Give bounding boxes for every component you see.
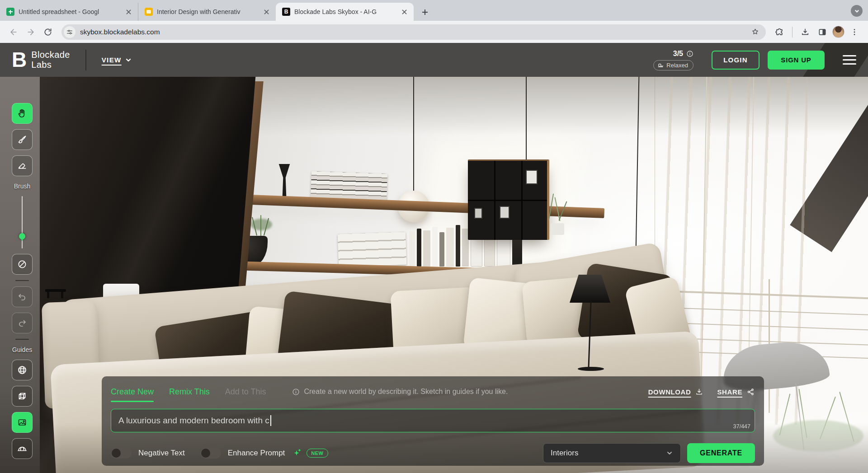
undo-icon (17, 291, 28, 302)
circle-slash-icon (17, 259, 28, 270)
negative-text-toggle[interactable] (111, 448, 132, 459)
tab-close-icon[interactable] (262, 8, 270, 16)
pan-tool-button[interactable] (12, 103, 33, 124)
view-menu-label: VIEW (102, 56, 122, 64)
info-icon[interactable] (686, 50, 693, 57)
potted-plant-leaves (248, 215, 275, 238)
slider-knob[interactable] (19, 233, 25, 239)
cube-guide-button[interactable] (12, 386, 33, 407)
tool-separator (15, 339, 29, 340)
cube-icon (17, 391, 28, 402)
tab-close-icon[interactable] (400, 8, 408, 16)
pendant-cord (413, 77, 414, 192)
blockade-favicon-icon: B (282, 8, 290, 16)
hand-icon (17, 108, 28, 119)
share-icon (746, 388, 755, 396)
browser-tab-sheets[interactable]: Untitled spreadsheet - Googl (0, 3, 138, 21)
blockade-logo[interactable]: B BlockadeLabs (12, 50, 70, 70)
login-button[interactable]: LOGIN (712, 51, 760, 70)
relaxed-mode-badge: Relaxed (653, 60, 693, 70)
screen: Untitled spreadsheet - Googl Interior De… (0, 0, 868, 473)
tab-search-button[interactable] (851, 5, 863, 17)
view-menu[interactable]: VIEW (102, 56, 132, 64)
sheets-favicon-icon (6, 8, 14, 16)
tab-remix-this[interactable]: Remix This (169, 387, 210, 397)
undo-button[interactable] (12, 286, 33, 307)
forward-button[interactable] (24, 25, 38, 39)
credits-count: 3/5 (673, 50, 683, 58)
style-select[interactable]: Interiors (543, 443, 681, 463)
back-button[interactable] (6, 25, 21, 39)
generation-credits: 3/5 Relaxed (653, 50, 693, 70)
generate-button[interactable]: GENERATE (687, 443, 755, 463)
bookmark-star-icon[interactable] (748, 25, 762, 39)
redo-button[interactable] (12, 313, 33, 333)
share-link[interactable]: SHARE (717, 388, 755, 396)
site-info-icon[interactable] (64, 26, 75, 38)
character-counter: 37/447 (733, 423, 750, 430)
image-guide-button[interactable] (12, 412, 33, 433)
sparkle-icon (292, 448, 302, 458)
download-icon (695, 388, 703, 396)
tab-add-to-this: Add to This (225, 387, 266, 397)
shelf-unit-plant (541, 193, 572, 239)
globe-icon (17, 365, 28, 375)
prompt-input[interactable]: A luxurious and modern bedroom with c (111, 409, 755, 432)
tab-create-new[interactable]: Create New (111, 387, 154, 397)
tab-close-icon[interactable] (124, 8, 132, 16)
menu-icon[interactable] (843, 55, 856, 65)
side-panel-icon[interactable] (815, 25, 830, 39)
prompt-text: A luxurious and modern bedroom with c (118, 416, 269, 426)
info-icon (292, 388, 300, 396)
floor-lamp-base (578, 367, 604, 371)
tool-rail: Brush Guides (11, 103, 33, 459)
brush-tool-button[interactable] (12, 129, 33, 150)
wall-hook (45, 289, 66, 292)
reload-button[interactable] (41, 25, 55, 39)
enhance-prompt-label: Enhance Prompt (228, 449, 285, 458)
blockade-logo-text: BlockadeLabs (31, 50, 70, 70)
browser-tab-strip: Untitled spreadsheet - Googl Interior De… (0, 0, 868, 21)
prompt-hint: Create a new world by describing it. Ske… (292, 388, 508, 396)
address-bar[interactable]: skybox.blockadelabs.com (61, 24, 766, 40)
slides-favicon-icon (145, 8, 153, 16)
text-caret (270, 415, 271, 426)
browser-tab-slides[interactable]: Interior Design with Generativ (138, 3, 276, 21)
browser-tab-blockade[interactable]: B Blockade Labs Skybox - AI-G (276, 3, 414, 21)
wall-shelf-unit (468, 159, 549, 240)
tool-separator (15, 280, 29, 281)
eraser-icon (17, 160, 28, 171)
relaxed-mode-label: Relaxed (666, 62, 688, 69)
prompt-hint-text: Create a new world by describing it. Ske… (304, 388, 508, 396)
tab-title: Untitled spreadsheet - Googl (19, 8, 120, 15)
negative-text-label: Negative Text (138, 449, 185, 458)
white-box-stack (338, 232, 406, 267)
prompt-panel: Create New Remix This Add to This Create… (102, 376, 764, 466)
style-select-value: Interiors (551, 449, 578, 458)
downloads-icon[interactable] (798, 25, 812, 39)
chevron-down-icon (666, 450, 673, 457)
toolbar-divider (792, 27, 793, 37)
clear-tool-button[interactable] (12, 254, 33, 275)
new-tab-button[interactable] (418, 5, 432, 19)
dome-guide-button[interactable] (12, 438, 33, 459)
browser-toolbar: skybox.blockadelabs.com (0, 21, 868, 43)
blockade-logo-icon: B (12, 52, 26, 68)
enhance-prompt-toggle[interactable] (200, 448, 221, 459)
guides-section-label: Guides (12, 346, 32, 353)
extensions-icon[interactable] (772, 25, 787, 39)
image-icon (17, 417, 28, 428)
signup-button[interactable]: SIGN UP (768, 51, 825, 70)
brush-size-slider[interactable] (12, 196, 33, 248)
dome-icon (17, 443, 28, 454)
url-text: skybox.blockadelabs.com (80, 28, 748, 36)
header-divider (85, 50, 86, 70)
globe-guide-button[interactable] (12, 360, 33, 380)
profile-avatar[interactable] (832, 26, 844, 38)
tab-title: Blockade Labs Skybox - AI-G (294, 8, 396, 15)
new-badge: NEW (307, 449, 328, 458)
eraser-tool-button[interactable] (12, 155, 33, 176)
download-link[interactable]: DOWNLOAD (648, 388, 704, 396)
browser-menu-icon[interactable] (847, 25, 862, 39)
skybox-app: B BlockadeLabs VIEW 3/5 Rela (0, 43, 868, 473)
